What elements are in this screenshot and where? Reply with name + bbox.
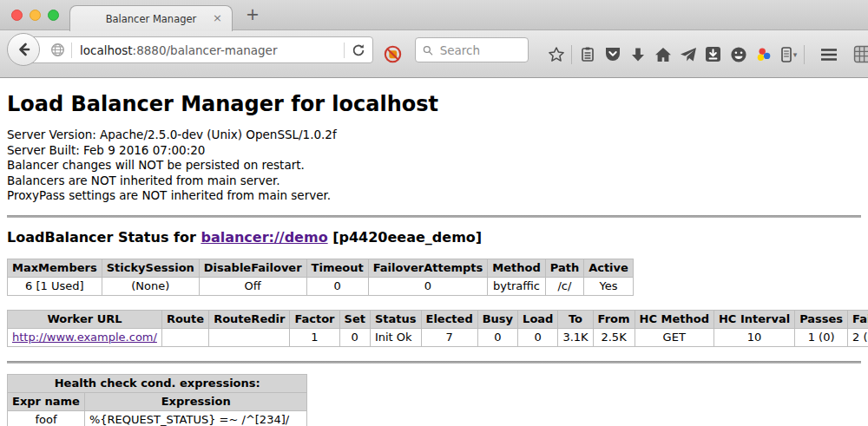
hc-interval-cell: 10 bbox=[713, 328, 794, 346]
worker-url-cell: http://www.example.com/ bbox=[8, 328, 162, 346]
window-close-icon[interactable] bbox=[11, 10, 23, 21]
server-built-line: Server Built: Feb 9 2016 07:00:20 bbox=[7, 143, 861, 159]
column-header: Worker URL bbox=[8, 310, 162, 328]
back-button[interactable] bbox=[7, 33, 40, 66]
path-cell: /c/ bbox=[545, 277, 583, 295]
new-tab-button[interactable]: + bbox=[246, 4, 260, 23]
max-members-cell: 6 [1 Used] bbox=[8, 277, 102, 295]
column-header: FailoverAttempts bbox=[368, 259, 488, 277]
column-header: Passes bbox=[795, 310, 848, 328]
server-info: Server Version: Apache/2.5.0-dev (Unix) … bbox=[7, 128, 861, 204]
page-content: Load Balancer Manager for localhost Serv… bbox=[0, 78, 868, 426]
worker-url-link[interactable]: http://www.example.com/ bbox=[12, 331, 157, 344]
elected-cell: 7 bbox=[421, 328, 477, 346]
column-header: Status bbox=[370, 310, 421, 328]
window-minimize-icon[interactable] bbox=[30, 10, 41, 21]
column-header: StickySession bbox=[102, 259, 199, 277]
tab-grid-button[interactable] bbox=[850, 30, 868, 78]
star-icon bbox=[548, 46, 565, 63]
url-divider bbox=[344, 43, 345, 58]
plugin-blocked-button[interactable] bbox=[380, 30, 405, 78]
url-path: :8880/balancer-manager bbox=[133, 43, 278, 57]
reload-icon[interactable] bbox=[352, 43, 365, 57]
pocket-button[interactable] bbox=[600, 30, 625, 78]
disable-failover-cell: Off bbox=[199, 277, 306, 295]
column-header: Path bbox=[545, 259, 583, 277]
column-header: Expr name bbox=[8, 392, 85, 410]
url-text: localhost:8880/balancer-manager bbox=[80, 43, 277, 57]
column-header: Set bbox=[339, 310, 370, 328]
column-header: From bbox=[593, 310, 635, 328]
active-cell: Yes bbox=[584, 277, 634, 295]
to-cell: 3.1K bbox=[558, 328, 593, 346]
extension-colors-button[interactable] bbox=[751, 30, 776, 78]
fails-cell: 2 (0) bbox=[848, 328, 868, 346]
tab-balancer-manager[interactable]: Balancer Manager × bbox=[69, 5, 233, 31]
column-header: MaxMembers bbox=[8, 259, 102, 277]
balancer-demo-link[interactable]: balancer://demo bbox=[201, 229, 327, 246]
balancer-status-heading: LoadBalancer Status for balancer://demo … bbox=[7, 229, 861, 246]
tab-close-icon[interactable]: × bbox=[213, 12, 222, 23]
pocket-icon bbox=[604, 46, 621, 62]
search-input[interactable] bbox=[438, 43, 521, 58]
route-cell bbox=[161, 328, 208, 346]
color-dots-icon bbox=[755, 46, 773, 63]
health-table-title: Health check cond. expressions: bbox=[8, 374, 307, 392]
menu-button[interactable] bbox=[816, 30, 841, 78]
url-divider bbox=[71, 43, 72, 58]
square-download-icon bbox=[705, 46, 721, 62]
persist-notice-line: Balancer changes will NOT be persisted o… bbox=[7, 158, 861, 174]
save-to-box-button[interactable] bbox=[700, 30, 726, 78]
hamburger-icon bbox=[820, 48, 838, 62]
table-row: foof %{REQUEST_STATUS} =~ /^[234]/ bbox=[8, 410, 307, 426]
section-divider bbox=[7, 215, 861, 218]
home-button[interactable] bbox=[650, 30, 675, 78]
worker-status-table: Worker URL Route RouteRedir Factor Set S… bbox=[7, 310, 868, 347]
reading-list-button[interactable] bbox=[575, 30, 600, 78]
window-zoom-icon[interactable] bbox=[48, 10, 59, 21]
bookmark-star-button[interactable] bbox=[543, 30, 569, 78]
plugin-blocked-icon bbox=[383, 44, 403, 64]
search-bar[interactable] bbox=[415, 37, 529, 62]
column-header: Method bbox=[488, 259, 545, 277]
table-row: 6 [1 Used] (None) Off 0 0 bytraffic /c/ … bbox=[8, 277, 634, 295]
passes-cell: 1 (0) bbox=[795, 328, 848, 346]
timeout-cell: 0 bbox=[306, 277, 368, 295]
column-header: Busy bbox=[477, 310, 517, 328]
column-header: Route bbox=[161, 310, 208, 328]
column-header: To bbox=[558, 310, 593, 328]
extension-panel-button[interactable]: ▾ bbox=[776, 30, 801, 78]
back-arrow-icon bbox=[15, 41, 32, 58]
url-domain: localhost bbox=[80, 43, 133, 57]
page-title: Load Balancer Manager for localhost bbox=[7, 92, 861, 116]
downloads-button[interactable] bbox=[625, 30, 650, 78]
factor-cell: 1 bbox=[290, 328, 339, 346]
search-icon bbox=[423, 44, 433, 56]
balancer-heading-prefix: LoadBalancer Status for bbox=[7, 229, 201, 246]
table-header-row: MaxMembers StickySession DisableFailover… bbox=[8, 259, 634, 277]
expr-name-cell: foof bbox=[8, 410, 85, 426]
load-cell: 0 bbox=[518, 328, 558, 346]
status-cell: Init Ok bbox=[370, 328, 421, 346]
inherit-notice-line: Balancers are NOT inherited from main se… bbox=[7, 174, 861, 189]
clipboard-icon bbox=[580, 46, 595, 62]
column-header: Load bbox=[518, 310, 558, 328]
server-version-line: Server Version: Apache/2.5.0-dev (Unix) … bbox=[7, 128, 861, 143]
globe-icon bbox=[50, 43, 65, 57]
column-header: Factor bbox=[290, 310, 339, 328]
column-header: HC Method bbox=[635, 310, 713, 328]
smiley-icon bbox=[730, 46, 747, 63]
busy-cell: 0 bbox=[477, 328, 517, 346]
failover-attempts-cell: 0 bbox=[368, 277, 488, 295]
feedback-button[interactable] bbox=[726, 30, 751, 78]
section-divider bbox=[7, 361, 861, 364]
table-header-row: Expr name Expression bbox=[8, 392, 307, 410]
column-header: Timeout bbox=[306, 259, 368, 277]
send-page-button[interactable] bbox=[675, 30, 700, 78]
url-bar[interactable]: localhost:8880/balancer-manager bbox=[23, 36, 373, 63]
column-header: Active bbox=[584, 259, 634, 277]
home-icon bbox=[654, 47, 672, 62]
column-header: Fails bbox=[848, 310, 868, 328]
balancer-settings-table: MaxMembers StickySession DisableFailover… bbox=[7, 259, 634, 296]
set-cell: 0 bbox=[339, 328, 370, 346]
